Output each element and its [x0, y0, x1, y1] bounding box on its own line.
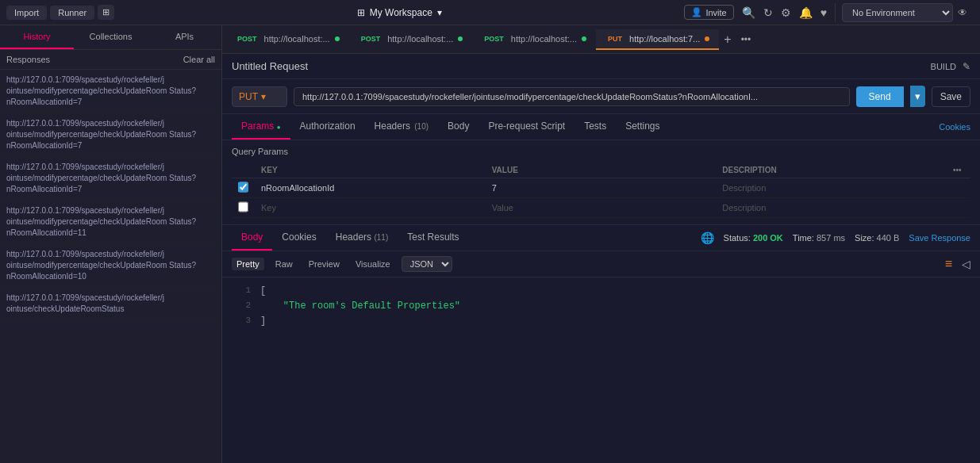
method-badge-post: POST — [235, 34, 259, 44]
time-badge: Time: 857 ms — [793, 233, 845, 243]
value-input[interactable] — [492, 203, 710, 212]
query-params-title: Query Params — [232, 147, 970, 156]
url-bar: PUT ▾ Send ▾ Save — [222, 79, 980, 114]
sync-icon[interactable]: ↻ — [763, 6, 773, 19]
tab-pre-request-script[interactable]: Pre-request Script — [478, 114, 575, 140]
content-area: POST http://localhost:... POST http://lo… — [222, 25, 980, 463]
send-button[interactable]: Send — [856, 86, 904, 107]
search-topbar-icon[interactable]: 🔍 — [742, 6, 755, 19]
sidebar-tab-history[interactable]: History — [0, 25, 74, 49]
list-item[interactable]: http://127.0.0.1:7099/spacestudy/rockefe… — [0, 201, 221, 244]
environment-select[interactable]: No Environment — [842, 3, 953, 22]
resp-tab-headers[interactable]: Headers (11) — [326, 225, 398, 251]
resp-tab-test-results[interactable]: Test Results — [398, 225, 468, 251]
tab-url: http://localhost:... — [387, 34, 453, 44]
clear-all-button[interactable]: Clear all — [183, 55, 215, 64]
response-tabs: Body Cookies Headers (11) Test Results 🌐… — [222, 225, 980, 251]
tab-body[interactable]: Body — [438, 114, 478, 140]
format-select[interactable]: JSON XML HTML Text — [402, 256, 452, 272]
tab-item-active[interactable]: PUT http://localhost:7... — [596, 29, 719, 50]
save-response-button[interactable]: Save Response — [909, 233, 970, 243]
description-input[interactable] — [722, 203, 940, 212]
edit-icon[interactable]: ✎ — [963, 61, 970, 72]
save-button[interactable]: Save — [932, 86, 970, 107]
tab-bar: POST http://localhost:... POST http://lo… — [222, 25, 980, 54]
row-checkbox[interactable] — [238, 201, 248, 212]
tab-tests[interactable]: Tests — [575, 114, 616, 140]
sidebar-tabs: History Collections APIs — [0, 25, 221, 50]
build-label: BUILD — [931, 62, 956, 71]
raw-view-button[interactable]: Raw — [271, 258, 298, 270]
size-badge: Size: 440 B — [855, 233, 899, 243]
more-tabs-button[interactable]: ••• — [736, 34, 756, 45]
status-badge: Status: 200 OK — [724, 233, 783, 243]
preview-view-button[interactable]: Preview — [304, 258, 344, 270]
runner-button[interactable]: Runner — [50, 6, 94, 20]
wrap-button[interactable]: ≡ — [945, 257, 952, 271]
tab-params[interactable]: Params ● — [232, 114, 290, 140]
description-input[interactable] — [722, 183, 940, 193]
workspace-selector[interactable]: ⊞ My Workspace ▾ — [114, 7, 684, 18]
topbar-right: 👤 Invite 🔍 ↻ ⚙ 🔔 ♥ No Environment 👁 — [684, 3, 974, 22]
list-item[interactable]: http://127.0.0.1:7099/spacestudy/rockefe… — [0, 157, 221, 201]
add-tab-button[interactable]: + — [719, 33, 736, 47]
tab-headers[interactable]: Headers (10) — [365, 114, 439, 140]
method-select[interactable]: PUT ▾ — [232, 86, 287, 107]
sidebar-tab-apis[interactable]: APIs — [148, 25, 221, 49]
globe-icon: 🌐 — [701, 232, 714, 244]
tab-settings[interactable]: Settings — [616, 114, 669, 140]
workspace-chevron-icon: ▾ — [437, 7, 442, 18]
response-body-toolbar: Pretty Raw Preview Visualize JSON XML HT… — [222, 251, 980, 277]
value-input[interactable] — [492, 183, 710, 193]
params-table: KEY VALUE DESCRIPTION ••• — [232, 163, 970, 218]
list-item[interactable]: http://127.0.0.1:7099/spacestudy/rockefe… — [0, 288, 221, 320]
code-line: 1 [ — [232, 284, 970, 299]
import-button[interactable]: Import — [6, 6, 47, 20]
responses-label: Responses — [6, 55, 50, 64]
list-item[interactable]: http://127.0.0.1:7099/spacestudy/rockefe… — [0, 244, 221, 288]
query-params-section: Query Params KEY VALUE DESCRIPTION ••• — [222, 140, 980, 224]
tab-item[interactable]: POST http://localhost:... — [472, 29, 596, 50]
url-input[interactable] — [294, 87, 850, 106]
method-chevron-icon: ▾ — [261, 91, 266, 102]
tab-item[interactable]: POST http://localhost:... — [225, 29, 349, 50]
tab-authorization[interactable]: Authorization — [290, 114, 365, 140]
sidebar-list: http://127.0.0.1:7099/spacestudy/rockefe… — [0, 70, 221, 463]
settings-icon[interactable]: ⚙ — [781, 6, 791, 19]
environment-bar: No Environment 👁 — [835, 3, 974, 22]
list-item[interactable]: http://127.0.0.1:7099/spacestudy/rockefe… — [0, 70, 221, 113]
heart-icon[interactable]: ♥ — [821, 6, 827, 19]
method-label: PUT — [239, 91, 258, 102]
eye-icon[interactable]: 👁 — [958, 7, 967, 18]
new-tab-button[interactable]: ⊞ — [98, 5, 114, 20]
table-row — [232, 178, 970, 198]
code-line: 2 "The room's Default Properties" — [232, 299, 970, 314]
tab-dot — [582, 36, 586, 41]
response-status: 🌐 Status: 200 OK Time: 857 ms Size: 440 … — [701, 232, 970, 244]
send-dropdown-button[interactable]: ▾ — [910, 86, 925, 107]
request-header: Untitled Request BUILD ✎ — [222, 54, 980, 79]
invite-button[interactable]: 👤 Invite — [684, 5, 733, 20]
resp-tab-cookies[interactable]: Cookies — [272, 225, 325, 251]
pretty-view-button[interactable]: Pretty — [232, 258, 264, 270]
tab-url: http://localhost:... — [511, 34, 577, 44]
row-checkbox[interactable] — [238, 182, 248, 193]
key-input[interactable] — [261, 203, 479, 212]
tab-url: http://localhost:... — [264, 34, 330, 44]
cookies-link[interactable]: Cookies — [939, 122, 970, 132]
visualize-view-button[interactable]: Visualize — [351, 258, 395, 270]
value-col-header: VALUE — [486, 163, 717, 178]
resp-tab-body[interactable]: Body — [232, 225, 272, 251]
topbar: Import Runner ⊞ ⊞ My Workspace ▾ 👤 Invit… — [0, 0, 980, 25]
sidebar-tab-collections[interactable]: Collections — [74, 25, 148, 49]
bell-icon[interactable]: 🔔 — [799, 6, 813, 19]
topbar-left: Import Runner ⊞ — [6, 5, 114, 20]
actions-col-header: ••• — [947, 163, 970, 178]
tab-dot — [705, 36, 709, 41]
list-item[interactable]: http://127.0.0.1:7099/spacestudy/rockefe… — [0, 113, 221, 157]
method-badge-put: PUT — [605, 34, 625, 44]
tab-item[interactable]: POST http://localhost:... — [349, 29, 473, 50]
collapse-button[interactable]: ◁ — [962, 258, 970, 270]
method-badge-post: POST — [482, 34, 506, 44]
key-input[interactable] — [261, 183, 479, 193]
